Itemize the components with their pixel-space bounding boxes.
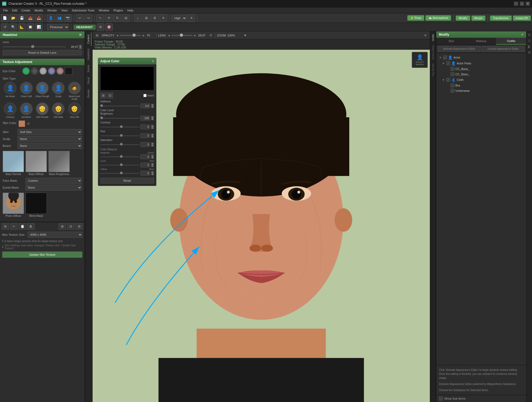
sculpt-morph-button[interactable]: 👤 SCULPT MORPH bbox=[412, 52, 428, 68]
cyan-down[interactable]: ▼ bbox=[151, 165, 154, 167]
bottom-btn2[interactable]: ✂ bbox=[10, 223, 18, 230]
headshot-btn2[interactable]: ⚙ bbox=[97, 23, 104, 31]
show-sub-check[interactable]: ✓ bbox=[439, 397, 443, 400]
photo-diffuse-item[interactable]: Photo Diffuse bbox=[3, 193, 24, 217]
eye-swatch-3[interactable] bbox=[39, 67, 47, 75]
magenta-slider-thumb[interactable] bbox=[120, 155, 123, 158]
zoom-down-btn[interactable]: ▼ bbox=[242, 32, 248, 38]
reset-dialog-button[interactable]: Reset bbox=[100, 178, 154, 184]
render-mode-select[interactable]: Photoreal bbox=[47, 24, 69, 30]
skin-color-swatch[interactable] bbox=[19, 121, 25, 127]
viewport-close-btn[interactable]: ✕ bbox=[422, 32, 428, 38]
home-button[interactable]: ⌂ bbox=[134, 14, 142, 22]
rv-modify[interactable]: Modify bbox=[431, 32, 435, 43]
grid-button[interactable]: ⊞ bbox=[143, 14, 150, 22]
cyan-slider[interactable] bbox=[100, 165, 139, 165]
mask-beard[interactable]: 🧔 Beard and Scalp bbox=[67, 82, 82, 100]
menu-window[interactable]: Window bbox=[97, 8, 111, 13]
vtab-content[interactable]: Content bbox=[86, 32, 92, 46]
scalp-select[interactable]: None bbox=[18, 136, 82, 142]
tb2-btn5[interactable]: 📊 bbox=[35, 23, 43, 31]
modify-button[interactable]: Modify bbox=[456, 15, 470, 21]
menu-edit[interactable]: Edit bbox=[10, 8, 19, 13]
redo-button[interactable]: ↪ bbox=[85, 14, 92, 22]
beard-select[interactable]: None bbox=[18, 143, 82, 149]
bottom-btn3[interactable]: 📋 bbox=[19, 223, 26, 230]
brightness-slider[interactable] bbox=[100, 118, 139, 119]
tb2-btn4[interactable]: 🔲 bbox=[27, 23, 34, 31]
invert-checkbox[interactable] bbox=[143, 94, 147, 97]
max-texture-select[interactable]: 4096 x 4096 bbox=[28, 232, 82, 238]
underwear-check[interactable]: ✓ bbox=[451, 89, 454, 93]
skin-select[interactable]: Soft Skin bbox=[18, 129, 82, 135]
undo-button[interactable]: ↩ bbox=[76, 14, 84, 22]
mask-scalp[interactable]: 👤 Scalp bbox=[51, 82, 66, 100]
headshot-btn3[interactable]: 🎯 bbox=[105, 23, 113, 31]
cc-base-2-check[interactable]: ✓ bbox=[451, 72, 454, 76]
frb-icon-2[interactable]: ⊡ bbox=[527, 38, 532, 43]
bottom-btn5[interactable]: ⊠ bbox=[59, 223, 66, 230]
tab-skin[interactable]: Skin bbox=[436, 38, 466, 45]
quality-select[interactable]: High bbox=[172, 15, 187, 21]
maximize-button[interactable]: □ bbox=[520, 2, 524, 6]
bottom-btn6[interactable]: ⊟ bbox=[67, 223, 74, 230]
save-button[interactable]: 💾 bbox=[18, 14, 26, 22]
mask-sensitive[interactable]: 👤 Sensitive bbox=[19, 102, 34, 118]
magenta-slider[interactable] bbox=[100, 156, 139, 157]
base-roughness-item[interactable]: Base Roughness bbox=[48, 151, 70, 176]
new-button[interactable]: 📄 bbox=[1, 14, 9, 22]
frb-icon-4[interactable]: ⊠ bbox=[527, 50, 532, 55]
eye-swatch-4[interactable] bbox=[48, 67, 55, 75]
contrast-down[interactable]: ▼ bbox=[151, 127, 154, 129]
cloth-check[interactable]: ✓ bbox=[446, 78, 450, 82]
yellow-slider-thumb[interactable] bbox=[120, 172, 123, 174]
refresh-icon[interactable]: ↺ bbox=[27, 122, 30, 126]
eye-swatch-1[interactable] bbox=[22, 67, 30, 75]
menu-plugins[interactable]: Plugins bbox=[111, 8, 125, 13]
opacity-slider-thumb[interactable] bbox=[132, 34, 136, 37]
dialog-close-button[interactable]: ✕ bbox=[152, 60, 154, 63]
open-button[interactable]: 📂 bbox=[10, 14, 17, 22]
menu-submission[interactable]: Submission Tools bbox=[70, 8, 97, 13]
opacity-slider[interactable] bbox=[120, 35, 141, 36]
right-panel-close[interactable]: ✕ bbox=[521, 33, 523, 36]
rotate-button[interactable]: ↻ bbox=[114, 14, 121, 22]
mask-contour[interactable]: 👤 Contour bbox=[3, 102, 18, 118]
tb2-btn2[interactable]: 🔍 bbox=[10, 23, 17, 31]
tree-cc-base-1[interactable]: ✓ CC_Base_ bbox=[438, 66, 525, 72]
brightness-slider-thumb[interactable] bbox=[100, 117, 103, 119]
bra-check[interactable]: ✓ bbox=[451, 84, 454, 87]
lens-slider-vt[interactable] bbox=[171, 35, 193, 36]
menu-help[interactable]: Help bbox=[125, 8, 135, 13]
eye-swatch-2[interactable] bbox=[31, 67, 38, 75]
mask-clean-rough[interactable]: 👤 Clean Rough bbox=[35, 82, 50, 100]
morph-button[interactable]: Morph bbox=[471, 15, 485, 21]
yellow-slider[interactable] bbox=[100, 173, 139, 174]
vtab-scene[interactable]: Scene bbox=[86, 63, 92, 74]
activate-appearance-btn[interactable]: Activate Appearance Editor bbox=[438, 46, 481, 52]
lens-reset-btn[interactable]: ↺ bbox=[208, 32, 214, 38]
headshot-panel-close[interactable]: ✕ bbox=[79, 33, 82, 37]
hue-slider[interactable] bbox=[100, 135, 139, 136]
cc-base-1-check[interactable]: ✓ bbox=[451, 67, 454, 71]
lens-spin-down[interactable]: ▼ bbox=[79, 47, 82, 49]
softness-slider[interactable] bbox=[100, 106, 139, 106]
light-button[interactable]: ☀ bbox=[160, 14, 167, 22]
actor-check[interactable]: ✓ bbox=[443, 56, 447, 59]
mask-very-old[interactable]: 👴 Very Old bbox=[67, 102, 82, 118]
scale-button[interactable]: ⊞ bbox=[122, 14, 130, 22]
vt-scene-btn[interactable]: ⊞ bbox=[94, 32, 100, 38]
dialog-btn2[interactable]: ⊟ bbox=[107, 93, 113, 98]
saturation-slider[interactable] bbox=[100, 144, 139, 145]
face-mask-select[interactable]: Custom bbox=[26, 178, 82, 184]
eyelid-mask-select[interactable]: None bbox=[26, 185, 82, 190]
contrast-slider-thumb[interactable] bbox=[120, 125, 123, 128]
export-button[interactable]: 📤 bbox=[27, 14, 34, 22]
mask-no-mask[interactable]: 👤 No Mask bbox=[3, 82, 18, 100]
tab-makeup[interactable]: Makeup bbox=[466, 38, 496, 45]
update-skin-button[interactable]: Update Skin Texture bbox=[2, 251, 82, 258]
menu-create[interactable]: Create bbox=[19, 8, 32, 13]
actor-parts-check[interactable]: ✓ bbox=[446, 61, 450, 65]
camera-button[interactable]: 📷 bbox=[64, 14, 72, 22]
saturation-slider-thumb[interactable] bbox=[120, 143, 123, 146]
